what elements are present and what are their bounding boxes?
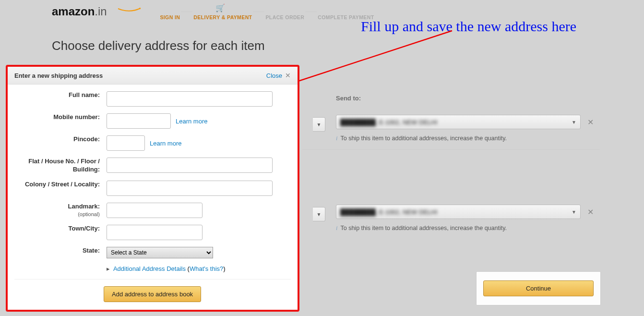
qty-dropdown-2[interactable]: ▼	[313, 207, 325, 221]
remove-address-1[interactable]: ✕	[587, 118, 594, 127]
flat-label: Flat / House No. / Floor / Building:	[17, 158, 107, 174]
mobile-learn-more-link[interactable]: Learn more	[176, 118, 207, 125]
chevron-down-icon: ▼	[317, 212, 322, 217]
close-icon: ✕	[285, 72, 291, 79]
step-signin: SIGN IN	[159, 5, 181, 20]
additional-details-link[interactable]: Additional Address Details	[113, 265, 186, 272]
landmark-label: Landmark:(optional)	[17, 203, 107, 218]
info-icon: i	[336, 135, 337, 142]
town-input[interactable]	[107, 225, 203, 240]
add-address-button[interactable]: Add address to address book	[104, 286, 201, 302]
modal-close-button[interactable]: Close ✕	[266, 72, 291, 79]
remove-address-2[interactable]: ✕	[587, 207, 594, 217]
fullname-label: Full name:	[17, 91, 107, 99]
info-icon: i	[336, 225, 337, 231]
step-complete-payment: COMPLETE PAYMENT	[317, 5, 375, 20]
continue-button[interactable]: Continue	[483, 280, 594, 296]
cart-icon: 🛒	[215, 3, 225, 12]
amazon-logo[interactable]: amazon.in	[52, 5, 143, 18]
close-label: Close	[266, 72, 282, 79]
item-divider	[302, 149, 600, 150]
amazon-smile-icon	[113, 8, 146, 12]
checkout-steps: 🛒 SIGN IN DELIVERY & PAYMENT PLACE ORDER…	[159, 5, 375, 20]
mobile-label: Mobile number:	[17, 113, 107, 122]
pincode-input[interactable]	[107, 135, 145, 151]
hint-text-2: To ship this item to additional addresse…	[340, 225, 507, 231]
address-value-1: ████████, E-1002, NEW DELHI	[340, 119, 437, 126]
chevron-down-icon: ▼	[317, 122, 322, 127]
state-select[interactable]: Select a State	[107, 247, 213, 258]
new-address-modal: Enter a new shipping address Close ✕ Ful…	[6, 65, 299, 312]
hint-text-1: To ship this item to additional addresse…	[340, 135, 507, 142]
pincode-label: Pincode:	[17, 135, 107, 144]
town-label: Town/City:	[17, 225, 107, 233]
send-to-label-1: Send to:	[336, 95, 361, 102]
fullname-input[interactable]	[107, 91, 273, 107]
address-select-2[interactable]: ████████, E-1002, NEW DELHI ▼	[336, 205, 581, 219]
address-select-1[interactable]: ████████, E-1002, NEW DELHI ▼	[336, 115, 581, 129]
address-value-2: ████████, E-1002, NEW DELHI	[340, 208, 437, 216]
flat-input[interactable]	[107, 158, 273, 173]
colony-label: Colony / Street / Locality:	[17, 181, 107, 189]
mobile-input[interactable]	[107, 113, 171, 129]
continue-panel: Continue	[476, 271, 601, 305]
caret-right-icon: ▸	[107, 265, 110, 272]
logo-suffix: .in	[95, 5, 107, 18]
step-place-order: PLACE ORDER	[264, 5, 305, 20]
modal-title: Enter a new shipping address	[14, 72, 103, 79]
colony-input[interactable]	[107, 181, 273, 196]
qty-dropdown-1[interactable]: ▼	[313, 117, 325, 132]
pincode-learn-more-link[interactable]: Learn more	[150, 140, 181, 147]
landmark-input[interactable]	[107, 203, 203, 218]
whats-this-link[interactable]: What's this?	[190, 265, 223, 272]
logo-main: amazon	[52, 5, 95, 18]
state-label: State:	[17, 247, 107, 255]
page-title: Choose delivery address for each item	[52, 38, 644, 53]
chevron-down-icon: ▼	[572, 120, 576, 125]
annotation-arrow-icon	[279, 28, 457, 90]
annotation-text: Fill up and save the new address here	[361, 18, 576, 35]
chevron-down-icon: ▼	[572, 209, 576, 215]
